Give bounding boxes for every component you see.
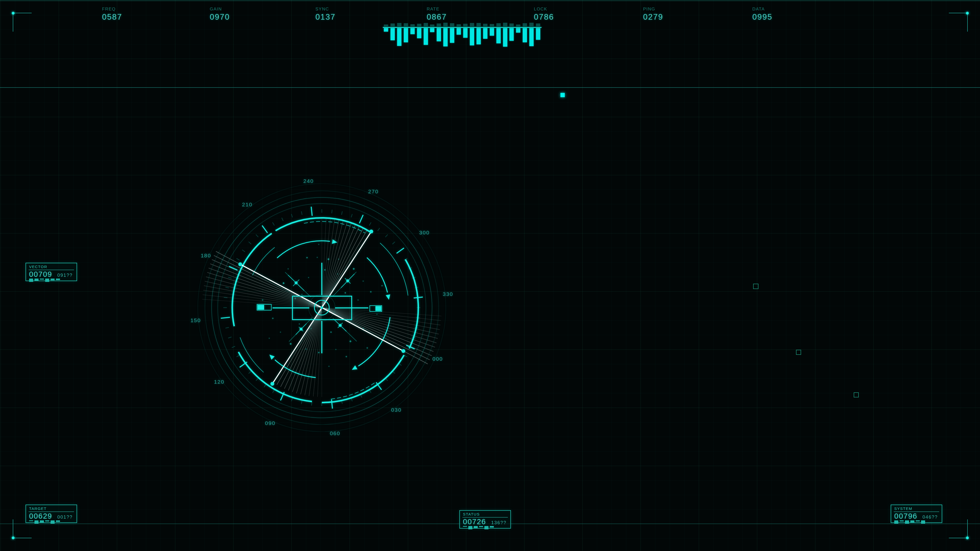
gauge-block [468, 526, 473, 529]
status-main-value: 00726 [463, 518, 486, 526]
heading-label: 300 [419, 230, 430, 235]
radar-medium-arc [380, 243, 408, 295]
radar-medium-arc [252, 248, 275, 275]
radar-ray [323, 308, 430, 360]
corner-bracket-bottom-left [13, 519, 32, 538]
radar-dot [318, 351, 320, 353]
radar-dot [381, 285, 383, 286]
radar-major-tick [360, 215, 363, 223]
radar-bright-ray [323, 308, 404, 351]
gauge-block [56, 520, 60, 522]
radar-ray-tip-dot [401, 349, 405, 353]
center-dot [321, 306, 323, 309]
corner-dot [12, 537, 14, 539]
radar-dot [272, 318, 274, 319]
radar-minor-tick [385, 234, 388, 237]
crosshair-right-marker-fill [375, 306, 381, 311]
radar-dot [287, 268, 289, 270]
heading-label: 150 [190, 318, 201, 323]
outline-square-marker [753, 284, 759, 289]
radar-minor-tick [392, 242, 395, 244]
heading-label: 000 [433, 356, 443, 362]
corner-dot [12, 12, 14, 14]
heading-label: 330 [443, 291, 453, 297]
radar-dot [317, 257, 318, 258]
radar-arrowhead [351, 365, 357, 372]
heading-label: 240 [304, 178, 314, 184]
gauge-block [900, 520, 904, 521]
radar-dot [328, 258, 329, 260]
vector-panel-title: VECTOR [29, 264, 74, 270]
radar-ray [212, 260, 320, 307]
radar-dot [269, 338, 270, 339]
radar-minor-tick [248, 242, 251, 244]
radar-medium-arc [240, 338, 264, 372]
radar-dot [306, 257, 308, 259]
radar-minor-tick [228, 337, 231, 338]
radar-dot [262, 299, 263, 301]
radar-major-tick [331, 400, 332, 409]
radar-minor-tick [272, 222, 274, 225]
radar-minor-tick [301, 400, 302, 404]
radar-dashed-arc [304, 221, 365, 233]
radar-major-tick [229, 266, 237, 270]
radar-dot [357, 299, 359, 301]
system-block-gauge [894, 520, 939, 524]
gauge-block [40, 279, 44, 279]
radar-ray [323, 308, 434, 351]
vector-sub-value: 091?? [57, 273, 73, 278]
filled-square-marker [560, 93, 565, 97]
radar-minor-tick [332, 210, 332, 213]
radar-major-tick [396, 248, 404, 253]
radar-thick-arc [275, 218, 371, 232]
radar-bright-ray [322, 231, 371, 306]
gauge-block [484, 526, 488, 529]
radar-dot [290, 343, 292, 345]
radar-major-tick [262, 225, 267, 233]
status-sub-value: 136?? [491, 520, 507, 526]
radar-dot [318, 244, 320, 245]
radar-minor-tick [237, 259, 240, 260]
radar-dot [335, 349, 337, 350]
radar-dot [344, 292, 346, 294]
radar-arrowhead [386, 294, 391, 300]
radar-ray [322, 220, 339, 306]
vector-panel: VECTOR 00709 091?? [25, 263, 77, 281]
radar-major-tick [311, 206, 312, 216]
heading-label: 270 [368, 189, 379, 194]
radar-dot [366, 347, 368, 349]
outline-square-marker [796, 350, 801, 355]
corner-bracket-top-left [13, 13, 32, 32]
radar-dot [328, 365, 330, 367]
target-block-gauge [29, 520, 74, 524]
radar-minor-tick [342, 211, 342, 215]
gauge-block [56, 279, 60, 280]
corner-dot [966, 12, 969, 14]
gauge-block [490, 526, 494, 527]
radar-minor-tick [312, 402, 312, 406]
gauge-block [29, 279, 33, 282]
radar-dot [353, 268, 355, 270]
radar-ray-tip-dot [369, 230, 373, 233]
status-block-gauge [463, 526, 508, 529]
crosshair-left-marker-fill [258, 305, 264, 310]
radar-minor-tick [301, 211, 302, 215]
gauge-block [894, 520, 898, 524]
corner-dot [966, 537, 969, 539]
radar-ray-tip-dot [239, 262, 242, 266]
radar-ray-tip-dot [270, 382, 274, 386]
radar-minor-tick [256, 234, 258, 237]
radar-minor-tick [242, 250, 245, 252]
target-main-value: 00629 [29, 513, 52, 520]
corner-bracket-top-right [949, 13, 968, 32]
gauge-block [905, 520, 909, 524]
radar-major-tick [221, 318, 230, 318]
vector-main-value: 00709 [29, 271, 52, 278]
radar-arrow-arc [367, 258, 388, 292]
hud-screen: { "palette":{"bright":"#17ece0","med":"#… [0, 0, 980, 551]
radar-minor-tick [282, 218, 283, 221]
radar-ray [322, 225, 355, 306]
radar-dot [308, 277, 309, 278]
radar-dial: 000030060090120150180210240270300330 [0, 0, 980, 551]
radar-dot [370, 291, 372, 292]
